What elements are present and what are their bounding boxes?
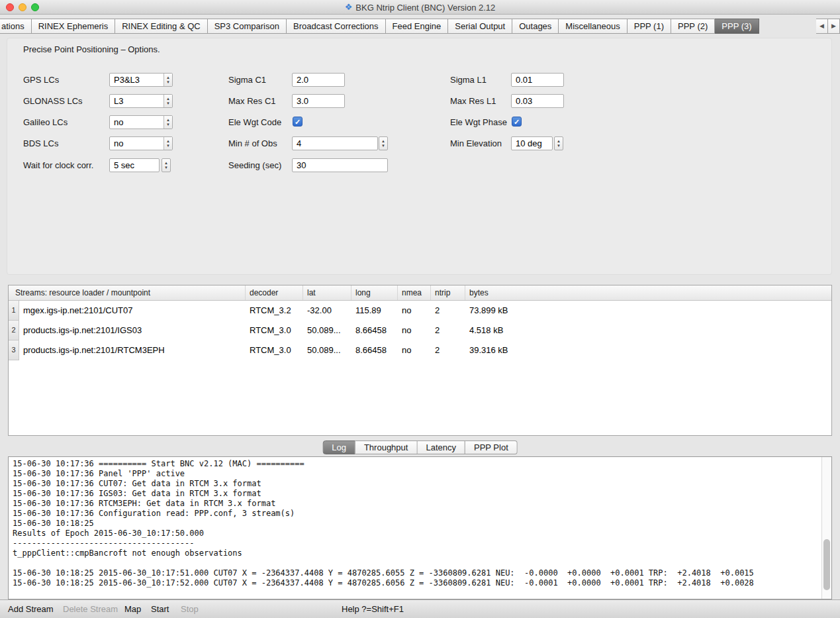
gps-lcs-value: P3&L3 [114,74,163,86]
galileo-lcs-value: no [114,116,163,129]
gps-lcs-combo[interactable]: P3&L3 ▲▼ [109,73,173,87]
seeding-label: Seeding (sec) [228,158,281,172]
cell-decoder: RTCM_3.2 [246,301,303,321]
gps-lcs-label: GPS LCs [23,73,59,87]
wait-clock-corr-stepper[interactable]: ▲▼ [162,158,171,172]
window-title: BKG Ntrip Client (BNC) Version 2.12 [355,3,495,13]
tab-broadcast-corrections[interactable]: Broadcast Corrections [287,19,386,34]
table-row[interactable]: 2 products.igs-ip.net:2101/IGS03 RTCM_3.… [9,321,831,340]
max-res-c1-field[interactable]: 3.0 [292,94,345,108]
streams-table: Streams: resource loader / mountpoint de… [8,285,832,436]
log-text: 15-06-30 10:17:36 ========== Start BNC v… [13,459,819,597]
cell-ntrip: 2 [431,301,465,321]
min-elevation-stepper[interactable]: ▲▼ [554,136,563,150]
cell-ntrip: 2 [431,340,465,360]
title-area: ❖ BKG Ntrip Client (BNC) Version 2.12 [0,0,840,15]
streams-table-header: Streams: resource loader / mountpoint de… [9,285,831,301]
combo-arrows-icon[interactable]: ▲▼ [163,74,172,86]
cell-long: 115.89 [351,301,398,321]
title-bar[interactable]: ❖ BKG Ntrip Client (BNC) Version 2.12 [0,0,840,15]
bottom-tab-bar: Log Throughput Latency PPP Plot [322,440,518,454]
table-row[interactable]: 1 mgex.igs-ip.net:2101/CUT07 RTCM_3.2 -3… [9,301,831,321]
log-line: -------------------------------------- [13,539,819,548]
bds-lcs-label: BDS LCs [23,136,58,150]
tab-log[interactable]: Log [322,440,355,454]
log-line: 15-06-30 10:17:36 CUT07: Get data in RTC… [13,479,819,489]
tab-rinex-editing-qc[interactable]: RINEX Editing & QC [115,19,208,34]
add-stream-button[interactable]: Add Stream [8,600,54,618]
log-scrollbar-thumb[interactable] [823,539,830,590]
log-scrollbar[interactable] [821,457,831,599]
help-shortcut-label: Help ?=Shift+F1 [342,600,404,618]
tab-feed-engine[interactable]: Feed Engine [386,19,449,34]
bds-lcs-combo[interactable]: no ▲▼ [109,136,173,150]
column-header-long[interactable]: long [351,285,398,300]
ele-wgt-phase-checkbox[interactable]: ✓ [512,117,522,127]
delete-stream-button[interactable]: Delete Stream [63,600,118,618]
glonass-lcs-value: L3 [114,95,163,107]
cell-ntrip: 2 [431,321,465,340]
seeding-field[interactable]: 30 [292,158,388,172]
cell-long: 8.66458 [351,321,398,340]
tab-miscellaneous[interactable]: Miscellaneous [559,19,627,34]
max-res-l1-label: Max Res L1 [450,94,496,108]
tab-throughput[interactable]: Throughput [355,440,418,454]
cell-bytes: 39.316 kB [465,340,831,360]
row-number: 3 [9,340,19,360]
min-elevation-field[interactable]: 10 deg [511,136,553,150]
cell-nmea: no [398,301,431,321]
column-header-ntrip[interactable]: ntrip [431,285,465,300]
log-line: 15-06-30 10:17:36 Configuration read: PP… [13,509,819,519]
cell-lat: 50.089... [303,340,351,360]
column-header-lat[interactable]: lat [303,285,351,300]
map-button[interactable]: Map [124,600,141,618]
tab-rinex-ephemeris[interactable]: RINEX Ephemeris [32,19,115,34]
cell-long: 8.66458 [351,340,398,360]
app-window: ❖ BKG Ntrip Client (BNC) Version 2.12 at… [0,0,840,618]
combo-arrows-icon[interactable]: ▲▼ [163,95,172,107]
tab-latency[interactable]: Latency [417,440,465,454]
max-res-c1-label: Max Res C1 [228,94,276,108]
column-header-decoder[interactable]: decoder [246,285,303,300]
status-bar: Add Stream Delete Stream Map Start Stop … [0,599,840,618]
glonass-lcs-combo[interactable]: L3 ▲▼ [109,94,173,108]
tab-scroll-right-button[interactable]: ▶ [828,19,840,34]
sigma-c1-field[interactable]: 2.0 [292,73,345,87]
tab-scroll-left-button[interactable]: ◀ [816,19,828,34]
log-line: 15-06-30 10:17:36 IGS03: Get data in RTC… [13,489,819,499]
tab-sp3-comparison[interactable]: SP3 Comparison [208,19,287,34]
column-header-mountpoint[interactable]: Streams: resource loader / mountpoint [9,285,246,300]
max-res-l1-field[interactable]: 0.03 [511,94,564,108]
tab-ppp-1[interactable]: PPP (1) [628,19,671,34]
cell-mountpoint: products.igs-ip.net:2101/RTCM3EPH [19,340,246,360]
row-number: 1 [9,301,19,321]
column-header-bytes[interactable]: bytes [465,285,831,300]
combo-arrows-icon[interactable]: ▲▼ [163,137,172,150]
tab-ppp-3[interactable]: PPP (3) [715,19,759,34]
wait-clock-corr-label: Wait for clock corr. [23,158,93,172]
min-obs-stepper[interactable]: ▲▼ [379,136,388,150]
start-button[interactable]: Start [151,600,169,618]
tab-outages[interactable]: Outages [512,19,559,34]
cell-bytes: 73.899 kB [465,301,831,321]
stop-button[interactable]: Stop [181,600,199,618]
checkmark-icon: ✓ [295,118,301,126]
table-row[interactable]: 3 products.igs-ip.net:2101/RTCM3EPH RTCM… [9,340,831,360]
column-header-nmea[interactable]: nmea [398,285,431,300]
cell-mountpoint: mgex.igs-ip.net:2101/CUT07 [19,301,246,321]
sigma-l1-field[interactable]: 0.01 [511,73,564,87]
cell-lat: 50.089... [303,321,351,340]
wait-clock-corr-field[interactable]: 5 sec [109,158,160,172]
tab-serial-output[interactable]: Serial Output [448,19,512,34]
main-tab-bar: ations RINEX Ephemeris RINEX Editing & Q… [0,19,840,34]
min-obs-field[interactable]: 4 [292,136,378,150]
galileo-lcs-combo[interactable]: no ▲▼ [109,115,173,129]
ele-wgt-code-checkbox[interactable]: ✓ [293,117,303,127]
combo-arrows-icon[interactable]: ▲▼ [163,116,172,129]
tab-ppp-plot[interactable]: PPP Plot [465,440,518,454]
checkmark-icon: ✓ [514,118,520,126]
tab-ppp-2[interactable]: PPP (2) [671,19,715,34]
log-panel[interactable]: 15-06-30 10:17:36 ========== Start BNC v… [8,456,832,599]
tab-rinex-observations[interactable]: ations [0,19,32,34]
log-line: 15-06-30 10:18:25 [13,519,819,529]
